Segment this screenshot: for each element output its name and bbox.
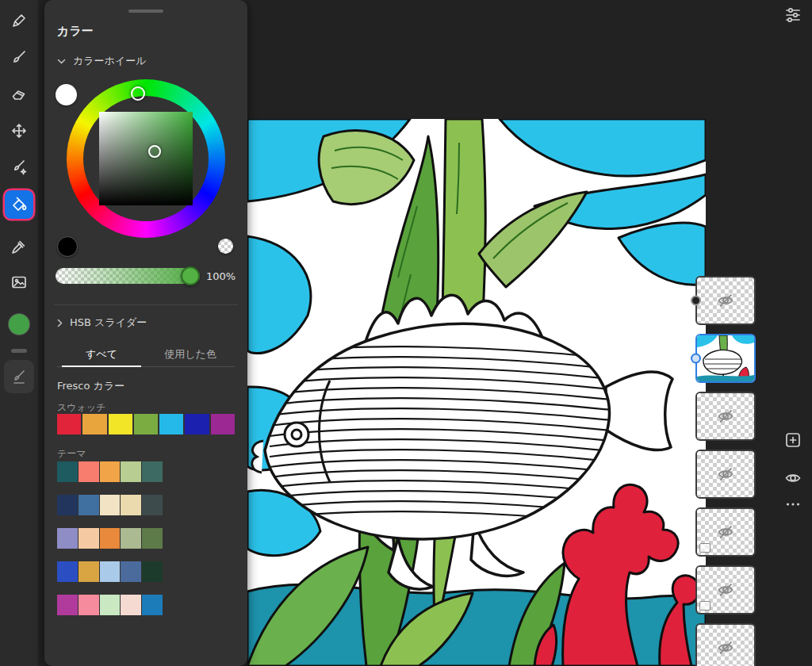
mixer-brush-button[interactable]: [4, 360, 34, 393]
library-tabs: すべて使用した色: [57, 343, 235, 367]
layer-properties-button[interactable]: [782, 3, 804, 25]
theme-swatch[interactable]: [142, 461, 163, 482]
color-swatch[interactable]: [109, 414, 132, 434]
tab-used[interactable]: 使用した色: [146, 343, 235, 366]
more-options-button[interactable]: [782, 493, 804, 515]
image-layer-badge: [699, 543, 710, 553]
white-color-chip[interactable]: [56, 84, 77, 105]
move-tool-button[interactable]: [5, 117, 33, 145]
theme-swatch[interactable]: [142, 595, 163, 615]
eye-icon: [783, 469, 802, 488]
swatches-label: スウォッチ: [57, 401, 105, 415]
hue-selector[interactable]: [131, 86, 145, 101]
color-swatch[interactable]: [57, 414, 81, 434]
opacity-track: [56, 268, 200, 284]
vector-brush-tool-button[interactable]: [5, 153, 33, 182]
saturation-selector[interactable]: [148, 145, 161, 158]
no-color-chip[interactable]: [218, 239, 233, 254]
layer-tile-content: [697, 625, 754, 666]
theme-swatch[interactable]: [100, 561, 121, 582]
theme-swatch[interactable]: [121, 561, 141, 582]
layer-tile-content: [697, 393, 754, 439]
saturation-brightness-square[interactable]: [99, 112, 193, 205]
layer-tile[interactable]: [695, 276, 756, 325]
theme-grid: [57, 461, 163, 628]
opacity-value: 100%: [206, 270, 236, 282]
fill-tool-button[interactable]: [5, 190, 33, 219]
sliders-icon: [783, 5, 802, 24]
color-swatch[interactable]: [134, 414, 158, 434]
theme-swatch[interactable]: [121, 528, 141, 549]
theme-swatch[interactable]: [79, 461, 99, 482]
current-color-chip[interactable]: [9, 314, 29, 335]
theme-swatch[interactable]: [142, 561, 163, 582]
more-dots-icon: [783, 495, 802, 514]
theme-swatch[interactable]: [79, 495, 99, 515]
theme-swatch[interactable]: [121, 495, 141, 515]
theme-swatch[interactable]: [57, 595, 78, 615]
layer-tile[interactable]: [695, 392, 756, 441]
hidden-eye-icon: [716, 465, 735, 484]
opacity-slider[interactable]: [56, 268, 200, 284]
theme-swatch[interactable]: [142, 495, 163, 515]
theme-swatch[interactable]: [100, 528, 121, 549]
theme-swatch[interactable]: [121, 461, 141, 482]
theme-swatch[interactable]: [100, 495, 121, 515]
color-wheel-section-label: カラーホイール: [73, 54, 147, 68]
layer-tile[interactable]: [695, 450, 756, 499]
layer-visibility-button[interactable]: [782, 467, 804, 489]
color-swatch[interactable]: [159, 414, 183, 434]
add-layer-button[interactable]: [782, 429, 804, 451]
color-swatch[interactable]: [211, 414, 235, 434]
color-swatch[interactable]: [185, 414, 209, 434]
app-window: カラー カラーホイール 100% HSB スライダー すべて使用した色: [0, 0, 812, 666]
theme-swatch[interactable]: [79, 561, 99, 582]
theme-swatch[interactable]: [57, 561, 78, 582]
clip-indicator: [691, 296, 701, 306]
place-image-tool-button[interactable]: [5, 268, 33, 297]
color-wheel-section-header[interactable]: カラーホイール: [57, 54, 147, 68]
layer-tile[interactable]: [695, 334, 756, 383]
theme-swatch[interactable]: [79, 528, 99, 549]
color-panel: カラー カラーホイール 100% HSB スライダー すべて使用した色: [44, 0, 247, 666]
theme-swatch[interactable]: [142, 528, 163, 549]
tab-all[interactable]: すべて: [57, 343, 146, 366]
swatch-row: [57, 414, 235, 434]
layer-tile[interactable]: [695, 507, 756, 557]
theme-swatch[interactable]: [100, 461, 121, 482]
toolbar-divider: [11, 349, 27, 353]
clip-indicator: [691, 354, 701, 364]
canvas[interactable]: [247, 119, 706, 666]
left-toolbar: [0, 0, 38, 666]
layer-tile[interactable]: [695, 623, 756, 666]
hidden-eye-icon: [716, 580, 735, 599]
theme-swatch[interactable]: [57, 461, 78, 482]
chevron-right-icon: [57, 319, 63, 327]
eraser-tool-button[interactable]: [5, 79, 33, 108]
hidden-eye-icon: [716, 638, 735, 657]
artwork: [247, 119, 706, 666]
layer-tile-content: [697, 451, 754, 497]
theme-swatch[interactable]: [100, 595, 121, 615]
theme-swatch[interactable]: [57, 528, 78, 549]
panel-drag-handle[interactable]: [128, 10, 163, 13]
opacity-slider-handle[interactable]: [181, 266, 200, 285]
theme-swatch[interactable]: [57, 495, 78, 515]
theme-swatch[interactable]: [121, 595, 141, 615]
hidden-eye-icon: [716, 522, 735, 542]
eyedropper-tool-button[interactable]: [5, 232, 33, 261]
layer-tile[interactable]: [695, 565, 756, 614]
divider: [54, 304, 238, 305]
color-swatch[interactable]: [82, 414, 106, 434]
hidden-eye-icon: [716, 291, 735, 310]
hsb-section-header[interactable]: HSB スライダー: [57, 316, 147, 330]
theme-row: [57, 495, 163, 515]
theme-row: [57, 595, 163, 615]
brush-tool-button[interactable]: [5, 43, 33, 71]
themes-label: テーマ: [57, 447, 86, 461]
vector-brush-icon: [10, 158, 29, 177]
black-color-chip[interactable]: [57, 236, 78, 257]
theme-swatch[interactable]: [79, 595, 99, 615]
color-wheel[interactable]: [67, 79, 225, 238]
pen-tool-button[interactable]: [5, 6, 33, 35]
